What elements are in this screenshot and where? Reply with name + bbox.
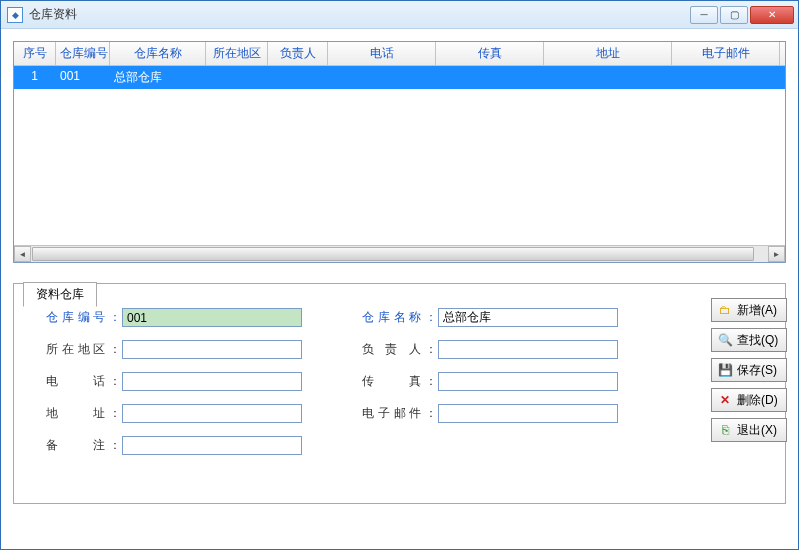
- cell-fax: [436, 66, 544, 89]
- folder-add-icon: 🗀: [718, 303, 732, 317]
- find-button[interactable]: 🔍 查找(Q): [711, 328, 787, 352]
- delete-button[interactable]: ✕ 删除(D): [711, 388, 787, 412]
- input-name[interactable]: [438, 308, 618, 327]
- input-email[interactable]: [438, 404, 618, 423]
- label-addr: 地 址：: [46, 405, 122, 422]
- cell-person: [268, 66, 328, 89]
- col-header-name[interactable]: 仓库名称: [110, 42, 206, 65]
- label-code: 仓库编号：: [46, 309, 122, 326]
- delete-icon: ✕: [718, 393, 732, 407]
- grid-header: 序号 仓库编号 仓库名称 所在地区 负责人 电话 传真 地址 电子邮件: [14, 42, 785, 66]
- content-area: 序号 仓库编号 仓库名称 所在地区 负责人 电话 传真 地址 电子邮件 1 00…: [1, 29, 798, 549]
- scroll-right-button[interactable]: ►: [768, 246, 785, 262]
- scroll-left-button[interactable]: ◄: [14, 246, 31, 262]
- app-window: 仓库资料 ─ ▢ ✕ 序号 仓库编号 仓库名称 所在地区 负责人 电话 传真 地…: [0, 0, 799, 550]
- input-remark[interactable]: [122, 436, 302, 455]
- label-person: 负 责 人：: [362, 341, 438, 358]
- input-code[interactable]: [122, 308, 302, 327]
- scroll-track[interactable]: [31, 246, 768, 262]
- cell-region: [206, 66, 268, 89]
- label-phone: 电 话：: [46, 373, 122, 390]
- data-grid[interactable]: 序号 仓库编号 仓库名称 所在地区 负责人 电话 传真 地址 电子邮件 1 00…: [13, 41, 786, 263]
- lower-pane: 资料仓库 仓库编号： 所在地区： 电 话：: [13, 263, 786, 537]
- exit-button[interactable]: ⎘ 退出(X): [711, 418, 787, 442]
- col-header-person[interactable]: 负责人: [268, 42, 328, 65]
- input-fax[interactable]: [438, 372, 618, 391]
- col-header-code[interactable]: 仓库编号: [56, 42, 110, 65]
- titlebar: 仓库资料 ─ ▢ ✕: [1, 1, 798, 29]
- label-remark: 备 注：: [46, 437, 122, 454]
- window-title: 仓库资料: [29, 6, 690, 23]
- label-name: 仓库名称：: [362, 309, 438, 326]
- input-addr[interactable]: [122, 404, 302, 423]
- save-button-label: 保存(S): [737, 362, 777, 379]
- tabs: 资料仓库 仓库编号： 所在地区： 电 话：: [13, 283, 786, 504]
- col-header-region[interactable]: 所在地区: [206, 42, 268, 65]
- label-email: 电子邮件：: [362, 405, 438, 422]
- maximize-button[interactable]: ▢: [720, 6, 748, 24]
- exit-button-label: 退出(X): [737, 422, 777, 439]
- grid-body: 1 001 总部仓库: [14, 66, 785, 245]
- input-person[interactable]: [438, 340, 618, 359]
- col-header-email[interactable]: 电子邮件: [672, 42, 780, 65]
- action-buttons: 🗀 新增(A) 🔍 查找(Q) 💾 保存(S) ✕ 删除(D) ⎘ 退: [711, 298, 787, 442]
- table-row[interactable]: 1 001 总部仓库: [14, 66, 785, 89]
- cell-email: [672, 66, 780, 89]
- close-button[interactable]: ✕: [750, 6, 794, 24]
- form-right-column: 仓库名称： 负 责 人： 传 真： 电子邮件：: [362, 308, 618, 455]
- find-button-label: 查找(Q): [737, 332, 778, 349]
- col-header-addr[interactable]: 地址: [544, 42, 672, 65]
- cell-name: 总部仓库: [110, 66, 206, 89]
- label-region: 所在地区：: [46, 341, 122, 358]
- tab-panel: 仓库编号： 所在地区： 电 话： 地 址：: [13, 283, 786, 504]
- input-region[interactable]: [122, 340, 302, 359]
- col-header-idx[interactable]: 序号: [14, 42, 56, 65]
- horizontal-scrollbar[interactable]: ◄ ►: [14, 245, 785, 262]
- add-button[interactable]: 🗀 新增(A): [711, 298, 787, 322]
- cell-phone: [328, 66, 436, 89]
- cell-idx: 1: [14, 66, 56, 89]
- search-icon: 🔍: [718, 333, 732, 347]
- tab-detail[interactable]: 资料仓库: [23, 282, 97, 307]
- scroll-thumb[interactable]: [32, 247, 754, 261]
- save-icon: 💾: [718, 363, 732, 377]
- cell-addr: [544, 66, 672, 89]
- label-fax: 传 真：: [362, 373, 438, 390]
- input-phone[interactable]: [122, 372, 302, 391]
- form-left-column: 仓库编号： 所在地区： 电 话： 地 址：: [46, 308, 302, 455]
- col-header-phone[interactable]: 电话: [328, 42, 436, 65]
- exit-icon: ⎘: [718, 423, 732, 437]
- col-header-fax[interactable]: 传真: [436, 42, 544, 65]
- save-button[interactable]: 💾 保存(S): [711, 358, 787, 382]
- cell-code: 001: [56, 66, 110, 89]
- app-icon: [7, 7, 23, 23]
- delete-button-label: 删除(D): [737, 392, 778, 409]
- add-button-label: 新增(A): [737, 302, 777, 319]
- minimize-button[interactable]: ─: [690, 6, 718, 24]
